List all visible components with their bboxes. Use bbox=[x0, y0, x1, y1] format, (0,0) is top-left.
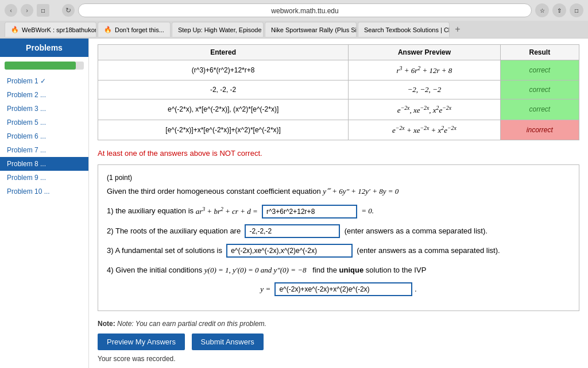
results-table: Entered Answer Preview Result (r^3)+6*(r… bbox=[98, 44, 579, 140]
note-text: Note: Note: You can earn partial credit … bbox=[98, 320, 579, 328]
tab-stepup[interactable]: Step Up: High Water, Episode 1 - UNC... bbox=[172, 22, 264, 37]
preview-1: r3 + 6r2 + 12r + 8 bbox=[349, 60, 500, 80]
reload-button[interactable]: ↻ bbox=[62, 4, 75, 17]
table-row: (r^3)+6*(r^2)+12*r+8 r3 + 6r2 + 12r + 8 … bbox=[98, 60, 579, 80]
part-2: 2) The roots of the auxiliary equation a… bbox=[107, 224, 570, 238]
col-entered: Entered bbox=[98, 45, 349, 60]
window-button[interactable]: □ bbox=[37, 4, 49, 17]
sidebar-item-problem1[interactable]: Problem 1 ✓ bbox=[0, 74, 88, 88]
sidebar-header: Problems bbox=[0, 39, 88, 57]
part-4-text: 4) Given the initial conditions y(0) = 1… bbox=[107, 263, 570, 277]
tab-nike[interactable]: Nike Sportswear Rally (Plus Size) Wo... bbox=[265, 22, 357, 37]
forward-button[interactable]: › bbox=[21, 4, 33, 17]
sidebar-item-problem8[interactable]: Problem 8 ... bbox=[0, 157, 88, 171]
score-text: Your score was recorded. bbox=[98, 355, 579, 363]
tab-label5: Search Textbook Solutions | Chegg.c... bbox=[364, 26, 450, 33]
button-group: Preview My Answers Submit Answers bbox=[98, 334, 579, 350]
sidebar-item-problem6[interactable]: Problem 6 ... bbox=[0, 129, 88, 143]
input-fundamental[interactable] bbox=[226, 244, 353, 258]
add-tab-button[interactable]: + bbox=[451, 22, 465, 36]
fire-icon: 🔥 bbox=[11, 26, 19, 33]
progress-bar-container bbox=[0, 57, 88, 74]
problem-box: (1 point) Given the third order homogene… bbox=[98, 164, 579, 311]
sidebar-item-problem2[interactable]: Problem 2 ... bbox=[0, 88, 88, 102]
tab-webwork[interactable]: 🔥 WeBWorK : spr18bathukorm3350s012 :... bbox=[5, 22, 96, 37]
tabs-bar: 🔥 WeBWorK : spr18bathukorm3350s012 :... … bbox=[0, 21, 588, 38]
tab-label: WeBWorK : spr18bathukorm3350s012 :... bbox=[22, 26, 96, 33]
browser-chrome: ‹ › □ ↻ webwork.math.ttu.edu ☆ ⇧ □ 🔥 WeB… bbox=[0, 0, 588, 39]
part-1: 1) the auxiliary equation is ar3 + br2 +… bbox=[107, 204, 570, 218]
browser-toolbar: ‹ › □ ↻ webwork.math.ttu.edu ☆ ⇧ □ bbox=[0, 0, 588, 21]
page-wrapper: Problems Problem 1 ✓ Problem 2 ... Probl… bbox=[0, 39, 588, 368]
col-preview: Answer Preview bbox=[349, 45, 500, 60]
share-button[interactable]: ⇧ bbox=[552, 3, 566, 17]
part-3: 3) A fundamental set of solutions is (en… bbox=[107, 244, 570, 258]
input-roots[interactable] bbox=[245, 224, 340, 238]
tab-label3: Step Up: High Water, Episode 1 - UNC... bbox=[178, 26, 264, 33]
table-row: e^(-2*x), x*[e^(-2*x)], (x^2)*[e^(-2*x)]… bbox=[98, 99, 579, 120]
part-4-input: y = . bbox=[107, 282, 570, 296]
entered-2: -2, -2, -2 bbox=[98, 80, 349, 99]
preview-3: e−2x, xe−2x, x2e−2x bbox=[349, 99, 500, 120]
sidebar-item-problem7[interactable]: Problem 7 ... bbox=[0, 143, 88, 157]
tab-chegg[interactable]: Search Textbook Solutions | Chegg.c... bbox=[358, 22, 450, 37]
back-button[interactable]: ‹ bbox=[5, 4, 17, 17]
main-content: Entered Answer Preview Result (r^3)+6*(r… bbox=[89, 39, 588, 368]
preview-button[interactable]: Preview My Answers bbox=[98, 334, 185, 350]
input-solution[interactable] bbox=[274, 282, 412, 296]
result-4: incorrect bbox=[500, 120, 579, 140]
entered-3: e^(-2*x), x*[e^(-2*x)], (x^2)*[e^(-2*x)] bbox=[98, 99, 349, 120]
sidebar-item-problem10[interactable]: Problem 10 ... bbox=[0, 185, 88, 198]
problem-description: Given the third order homogeneous consta… bbox=[107, 185, 570, 198]
table-row: -2, -2, -2 −2, −2, −2 correct bbox=[98, 80, 579, 99]
col-result: Result bbox=[500, 45, 579, 60]
submit-button[interactable]: Submit Answers bbox=[192, 334, 264, 350]
progress-bar-bg bbox=[5, 62, 84, 70]
problem-points: (1 point) bbox=[107, 174, 570, 182]
problem-text: Given the third order homogeneous consta… bbox=[107, 185, 570, 296]
result-3: correct bbox=[500, 99, 579, 120]
alert-text: At least one of the answers above is NOT… bbox=[98, 149, 579, 158]
tab-label4: Nike Sportswear Rally (Plus Size) Wo... bbox=[271, 26, 357, 33]
progress-bar-fill bbox=[5, 62, 76, 70]
address-bar[interactable]: webwork.math.ttu.edu bbox=[78, 3, 532, 17]
input-auxiliary[interactable] bbox=[262, 205, 357, 218]
tab-label2: Don't forget this... bbox=[115, 26, 164, 33]
sidebar-item-problem3[interactable]: Problem 3 ... bbox=[0, 102, 88, 116]
sidebar-item-problem9[interactable]: Problem 9 ... bbox=[0, 171, 88, 185]
entered-4: [e^(-2*x)]+x*[e^(-2*x)]+(x^2)*[e^(-2*x)] bbox=[98, 120, 349, 140]
sidebar: Problems Problem 1 ✓ Problem 2 ... Probl… bbox=[0, 39, 89, 368]
new-tab-action[interactable]: □ bbox=[570, 3, 583, 17]
result-1: correct bbox=[500, 60, 579, 80]
preview-4: e−2x + xe−2x + x2e−2x bbox=[349, 120, 500, 140]
star-button[interactable]: ☆ bbox=[535, 3, 549, 17]
result-2: correct bbox=[500, 80, 579, 99]
preview-2: −2, −2, −2 bbox=[349, 80, 500, 99]
tab-dontforget[interactable]: 🔥 Don't forget this... bbox=[98, 22, 171, 37]
table-row: [e^(-2*x)]+x*[e^(-2*x)]+(x^2)*[e^(-2*x)]… bbox=[98, 120, 579, 140]
fire-icon2: 🔥 bbox=[104, 26, 112, 33]
sidebar-item-problem5[interactable]: Problem 5 ... bbox=[0, 116, 88, 129]
entered-1: (r^3)+6*(r^2)+12*r+8 bbox=[98, 60, 349, 80]
